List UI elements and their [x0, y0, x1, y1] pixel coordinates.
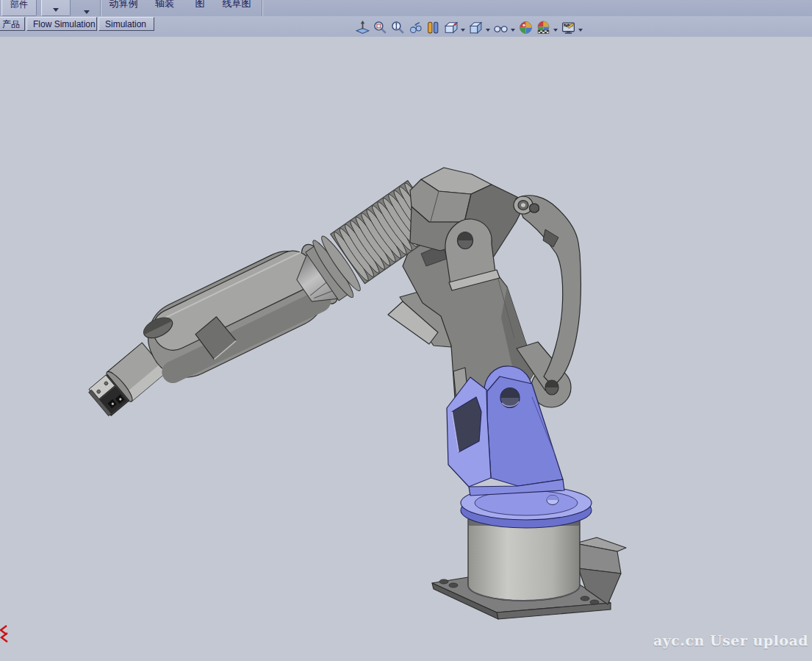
show-hidden-components-button[interactable]: 藏的零 部件: [1, 0, 37, 16]
motion-study-button[interactable]: 动算例: [103, 0, 144, 10]
toolbar-button-2[interactable]: 轴装: [148, 0, 181, 10]
robot-arm-model[interactable]: [0, 37, 812, 661]
chevron-down-icon[interactable]: [511, 29, 515, 32]
toolbar-dropdown-button-1[interactable]: [41, 0, 71, 16]
heads-up-view-toolbar: [355, 19, 583, 35]
toolbar-button-4[interactable]: 线草图: [216, 0, 257, 10]
chevron-down-icon: [53, 8, 59, 12]
chevron-down-icon[interactable]: [578, 29, 583, 32]
edit-appearance-icon[interactable]: [518, 20, 533, 35]
tab-flow-simulation[interactable]: Flow Simulation: [26, 17, 97, 31]
zoom-to-area-icon[interactable]: [373, 20, 388, 35]
toolbar-dropdown-button-2[interactable]: [79, 6, 94, 17]
graphics-area[interactable]: [0, 37, 812, 661]
chevron-down-icon[interactable]: [553, 29, 558, 32]
toolbar-button-3[interactable]: 图: [187, 0, 213, 10]
top-toolbar: 藏的零 部件 动算例 轴装 图 线草图: [0, 0, 812, 17]
apply-scene-icon[interactable]: [536, 20, 551, 35]
previous-view-icon[interactable]: [408, 20, 423, 35]
watermark-text: ayc.cn User upload: [653, 632, 808, 649]
toolbar-separator: [262, 0, 262, 16]
chevron-down-icon[interactable]: [486, 29, 490, 32]
solidworks-window: { "app": "SolidWorks-style CAD viewport"…: [0, 0, 812, 661]
view-orientation-icon[interactable]: [443, 20, 459, 35]
show-hidden-components-label-line2: 部件: [5, 0, 33, 10]
tab-product[interactable]: 产品: [0, 17, 25, 31]
zoom-to-fit-icon[interactable]: [355, 20, 370, 35]
zoom-in-out-icon[interactable]: [390, 20, 406, 35]
section-view-icon[interactable]: [425, 20, 441, 35]
chevron-down-icon: [84, 10, 90, 14]
toolbar-separator: [100, 0, 101, 16]
display-style-icon[interactable]: [468, 20, 484, 35]
chevron-down-icon[interactable]: [461, 29, 465, 32]
base-cylinder[interactable]: [468, 519, 580, 601]
tab-simulation[interactable]: Simulation: [98, 17, 154, 31]
hide-show-items-icon[interactable]: [493, 20, 509, 35]
reference-triad-fragment: [1, 626, 7, 642]
view-settings-icon[interactable]: [561, 20, 576, 35]
